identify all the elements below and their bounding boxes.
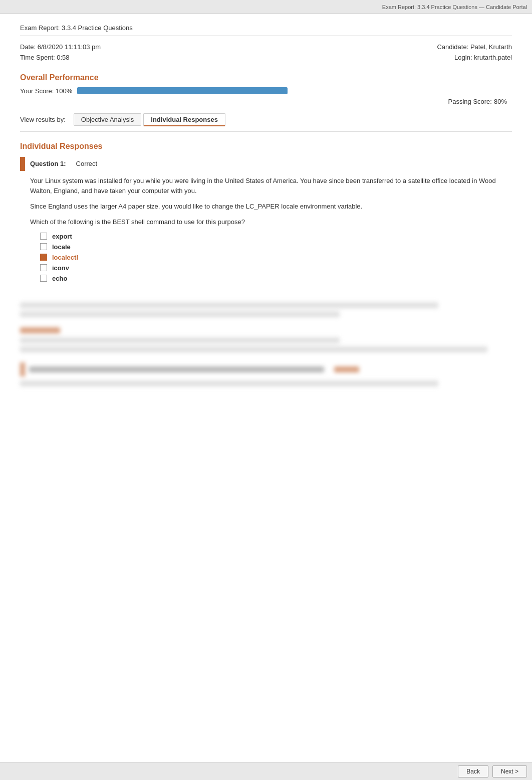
question-indicator-1 [20,157,25,171]
bottom-bar: Back Next > [0,762,532,780]
question-label-1: Question 1: [30,160,66,167]
passing-score-label: Passing Score: [448,98,492,105]
question-header-1: Question 1: Correct [20,157,512,171]
top-bar: Exam Report: 3.3.4 Practice Questions — … [0,0,532,14]
choice-label-echo: echo [52,275,67,282]
tab-individual-responses[interactable]: Individual Responses [143,113,225,126]
choice-localectl: localectl [40,254,512,261]
exam-title-bar: Exam Report: 3.3.4 Practice Questions [20,24,512,36]
blurred-block-2 [20,327,512,352]
overall-performance-title: Overall Performance [20,73,512,82]
meta-login: Login: krutarth.patel [437,53,512,63]
passing-score-row: Passing Score: 80% [20,98,512,105]
top-bar-text: Exam Report: 3.3.4 Practice Questions — … [382,4,527,10]
page-wrapper: Exam Report: 3.3.4 Practice Questions — … [0,0,532,780]
score-label: Your Score: 100% [20,87,72,95]
exam-title: Exam Report: 3.3.4 Practice Questions [20,24,133,32]
passing-score-align: Passing Score: 80% [20,98,512,105]
score-row: Your Score: 100% [20,87,512,95]
blurred-block-3 [20,362,512,386]
view-results-label: View results by: [20,116,66,123]
choice-indicator-localectl [40,254,47,261]
choice-label-iconv: iconv [52,264,69,272]
choice-label-localectl: localectl [52,254,78,261]
choices-list-1: export locale localectl iconv echo [20,233,512,282]
choice-iconv: iconv [40,264,512,272]
next-button[interactable]: Next > [492,765,527,777]
choice-label-locale: locale [52,243,71,251]
choice-indicator-locale [40,243,47,250]
choice-export: export [40,233,512,240]
content-area: Exam Report: 3.3.4 Practice Questions Da… [0,14,532,412]
question-block-1: Question 1: Correct Your Linux system wa… [20,157,512,282]
question-text-1a: Your Linux system was installed for you … [20,176,512,197]
meta-date: Date: 6/8/2020 11:11:03 pm [20,42,101,53]
choice-indicator-iconv [40,264,47,271]
passing-score-value: 80% [494,98,507,105]
score-bar-fill [77,87,288,94]
meta-right: Candidate: Patel, Krutarth Login: krutar… [437,42,512,63]
blurred-section [20,297,512,402]
tab-objective-analysis[interactable]: Objective Analysis [74,113,142,126]
view-results-row: View results by: Objective Analysis Indi… [20,113,512,132]
blurred-block-1 [20,302,512,317]
choice-indicator-echo [40,275,47,282]
meta-candidate: Candidate: Patel, Krutarth [437,42,512,53]
choice-label-export: export [52,233,72,240]
question-text-1b: Since England uses the larger A4 paper s… [20,202,512,212]
choice-locale: locale [40,243,512,251]
individual-responses-title: Individual Responses [20,142,512,151]
choice-echo: echo [40,275,512,282]
question-status-1: Correct [76,160,98,167]
choice-indicator-export [40,233,47,240]
meta-time-spent: Time Spent: 0:58 [20,53,101,63]
meta-left: Date: 6/8/2020 11:11:03 pm Time Spent: 0… [20,42,101,63]
back-button[interactable]: Back [458,765,488,777]
score-bar-container [77,87,288,94]
question-text-1c: Which of the following is the BEST shell… [20,217,512,228]
meta-row: Date: 6/8/2020 11:11:03 pm Time Spent: 0… [20,42,512,63]
